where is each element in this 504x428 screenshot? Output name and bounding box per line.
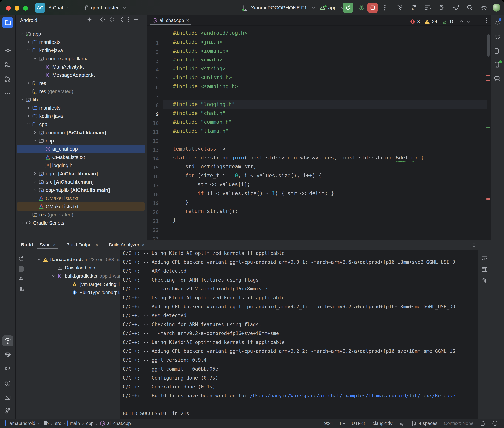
tree-item-cpp[interactable]: cpp [17,137,145,145]
build-tree-item[interactable]: build.gradle.ktsapp 1 warning [26,272,120,280]
close-tab-icon[interactable]: × [95,242,98,248]
branch-selector[interactable]: ggml-master [84,0,127,16]
tree-item-kotlin-java[interactable]: kotlin+java [17,112,145,120]
add-icon[interactable] [87,17,92,22]
next-problem-icon[interactable] [466,19,470,24]
more-tools-icon[interactable] [2,88,13,99]
build-tree-item[interactable]: BuildType 'debug' is both de [26,288,120,297]
terminal-tool-icon[interactable] [2,392,13,403]
tree-item-res[interactable]: res [17,79,145,87]
breadcrumb-item-ai-chat-cpp[interactable]: Cai_chat.cpp [100,421,131,426]
tree-item-ai-chat-cpp[interactable]: Cai_chat.cpp [17,145,145,153]
unlock-icon[interactable] [480,420,486,426]
tree-item-cmakelists-txt[interactable]: CMakeLists.txt [17,153,145,161]
panel-options-icon[interactable] [128,17,129,22]
build-tool-icon[interactable] [2,335,13,346]
tree-item-cpp[interactable]: cpp [17,120,145,128]
close-tab-icon[interactable]: × [53,242,56,248]
pull-requests-tool-icon[interactable] [2,74,13,85]
pin-icon[interactable] [18,276,24,282]
settings-gear-icon[interactable] [480,4,488,11]
run-configuration-selector[interactable]: app [319,0,344,16]
notifications-bell-icon[interactable] [492,17,503,28]
clear-console-icon[interactable] [481,278,487,284]
build-tree-item[interactable]: llama.android: fi22 sec, 583 ms [26,255,120,264]
debug-button[interactable] [356,3,367,13]
hide-build-panel-icon[interactable] [480,242,486,247]
indent-widget[interactable]: 4 spaces [411,420,437,426]
hide-panel-icon[interactable] [133,17,138,22]
device-manager-icon[interactable] [492,46,503,57]
editor-options-icon[interactable] [486,18,487,23]
tree-item-app[interactable]: app [17,30,145,38]
build-files-link[interactable]: /Users/hanyin/Workspace/ai-chat/examples… [250,393,455,399]
scroll-to-end-icon[interactable] [481,266,487,272]
project-view-selector[interactable]: Android [20,17,42,24]
search-icon[interactable] [466,4,474,11]
logcat-tool-icon[interactable] [2,364,13,375]
editor-scrollbar[interactable] [487,34,490,57]
breadcrumb-item-llama-android[interactable]: llama.android [5,421,35,426]
close-window-button[interactable] [6,6,11,11]
profiler-icon[interactable] [452,4,460,11]
tree-item-manifests[interactable]: manifests [17,38,145,46]
clang-tidy[interactable]: .clang-tidy [371,421,392,426]
collapse-all-icon[interactable] [119,17,124,22]
maximize-window-button[interactable] [23,6,28,11]
prev-problem-icon[interactable] [459,19,464,24]
error-stripe-mark[interactable] [486,198,490,199]
build-options-icon[interactable] [473,242,475,247]
tree-item-common[interactable]: common[AiChat.lib.main] [17,128,145,137]
tree-item-gradle-scripts[interactable]: Gradle Scripts [17,219,145,227]
close-tab-icon[interactable]: × [142,242,145,248]
apply-changes-icon[interactable]: A [410,4,417,11]
error-indicator-icon[interactable] [492,420,498,426]
tab-ai-chat-cpp[interactable]: C ai_chat.cpp × [149,16,192,25]
inspections-widget[interactable]: 3 24 15 [410,19,470,24]
tree-item-mainactivity-kt[interactable]: MainActivity.kt [17,63,145,71]
commit-tool-icon[interactable] [2,45,13,56]
build-tree-item[interactable]: Download info [26,264,120,272]
error-stripe-mark[interactable] [486,80,490,81]
gradle-tool-icon[interactable] [492,32,503,43]
tree-item-manifests[interactable]: manifests [17,104,145,112]
problems-tool-icon[interactable] [2,378,13,389]
more-actions-icon[interactable] [381,4,389,11]
caret-position[interactable]: 9:21 [324,421,333,426]
tree-item-lib[interactable]: lib [17,96,145,104]
tree-item-logging-h[interactable]: Hlogging.h [17,161,145,170]
build-tab-build-analyzer[interactable]: Build Analyzer× [105,240,149,250]
app-insights-tool-icon[interactable] [2,350,13,361]
device-selector[interactable]: Xiaomi POCOPHONE F1 [243,0,315,16]
gemini-tool-icon[interactable] [492,73,503,84]
version-control-tool-icon[interactable] [2,406,13,417]
stop-sync-icon[interactable] [18,266,24,272]
project-selector[interactable]: AiChat [48,0,69,16]
encoding[interactable]: UTF-8 [352,421,365,426]
tree-item-cmakelists-txt[interactable]: CMakeLists.txt [17,194,145,202]
error-stripe-mark[interactable] [486,75,490,76]
tree-item-com-example-llama[interactable]: com.example.llama [17,54,145,63]
running-devices-icon[interactable] [492,59,503,70]
line-ending[interactable]: LF [340,421,345,426]
breadcrumb-item-src[interactable]: src [55,421,61,426]
filter-view-icon[interactable] [18,286,24,292]
tree-item-cmakelists-txt[interactable]: CMakeLists.txt [17,202,145,211]
context-widget[interactable]: Context: None [444,421,473,426]
tree-item-src[interactable]: src[AiChat.lib.main] [17,178,145,186]
locate-file-icon[interactable] [100,17,105,22]
restart-sync-icon[interactable] [18,256,24,262]
tree-item-res[interactable]: res(generated) [17,211,145,219]
tree-item-cpp-httplib[interactable]: cpp-httplib[AiChat.lib.main] [17,186,145,194]
tree-item-kotlin-java[interactable]: kotlin+java [17,46,145,54]
tree-item-messageadapter-kt[interactable]: MessageAdapter.kt [17,71,145,79]
breadcrumb-item-lib[interactable]: lib [42,421,49,426]
profiler-sessions-icon[interactable] [424,4,431,11]
structure-tool-icon[interactable] [2,59,13,70]
attach-debugger-icon[interactable] [438,4,445,11]
breadcrumb-item-main[interactable]: main [67,421,80,426]
build-tree-item[interactable]: 'jvmTarget: String' is deprec [26,280,120,288]
tree-item-ggml[interactable]: ggml[AiChat.lib.main] [17,170,145,178]
soft-wrap-icon[interactable] [481,255,487,261]
build-icon[interactable] [396,4,403,11]
